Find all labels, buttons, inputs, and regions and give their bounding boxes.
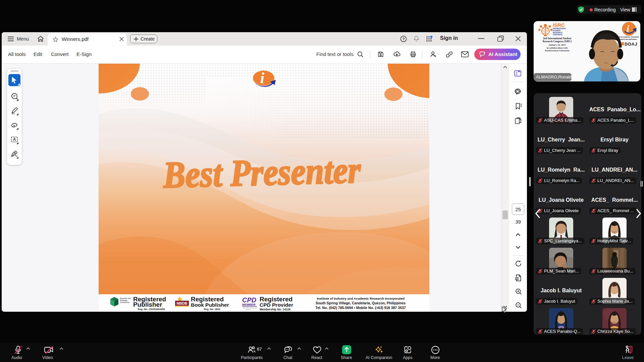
svg-text:Exchange: Exchange — [120, 300, 127, 301]
svg-text:Reg. No. 2843: Reg. No. 2843 — [204, 308, 220, 311]
svg-text:DOAJ: DOAJ — [625, 42, 637, 47]
svg-text:2nd International Student: 2nd International Student — [543, 37, 572, 40]
svg-text:Registered: Registered — [260, 296, 292, 303]
svg-text:Best Presenter: Best Presenter — [162, 149, 361, 196]
svg-text:Registered: Registered — [191, 296, 224, 303]
svg-text:Publisher: Publisher — [133, 301, 162, 308]
svg-text:NBDB: NBDB — [177, 301, 187, 305]
svg-text:MEMBER: MEMBER — [242, 303, 256, 306]
svg-text:Book Publisher: Book Publisher — [191, 302, 229, 308]
svg-text:Membership No. 14118: Membership No. 14118 — [260, 308, 290, 311]
svg-text:January 16, 2025: January 16, 2025 — [548, 44, 566, 46]
svg-text:South Spring Village, Candelar: South Spring Village, Candelaria, Quezon… — [316, 301, 406, 305]
svg-text:Securities and: Securities and — [120, 298, 131, 299]
svg-text:in collaboration with: in collaboration with — [547, 47, 568, 49]
svg-text:Reg. No. CN202004359: Reg. No. CN202004359 — [138, 308, 165, 311]
svg-text:Service: Service — [246, 309, 251, 310]
svg-text:research and publication.: research and publication. — [619, 39, 637, 40]
svg-text:Institute of Industry and Acad: Institute of Industry and Academic Resea… — [317, 297, 405, 300]
svg-text:Northwestern University: Northwestern University — [545, 49, 570, 52]
svg-text:i: i — [260, 69, 265, 86]
svg-text:?: ? — [402, 37, 405, 41]
svg-text:ALMAGRO,Ronald: ALMAGRO,Ronald — [536, 75, 572, 79]
svg-text:ISRC: ISRC — [553, 22, 565, 28]
svg-text:build an academic community: build an academic community — [617, 36, 639, 38]
svg-text:CPD Provider: CPD Provider — [260, 302, 293, 308]
svg-text:Research Congress (ISRC): Research Congress (ISRC) — [543, 40, 572, 43]
svg-text:Commission: Commission — [120, 302, 129, 303]
svg-text:CPD: CPD — [242, 296, 256, 304]
svg-text:A: A — [13, 137, 16, 142]
svg-text:Tel. No. (042) 785-0694 • Mobi: Tel. No. (042) 785-0694 • Mobile No. (+6… — [315, 306, 406, 310]
svg-text:CONGRESS: CONGRESS — [553, 34, 562, 36]
